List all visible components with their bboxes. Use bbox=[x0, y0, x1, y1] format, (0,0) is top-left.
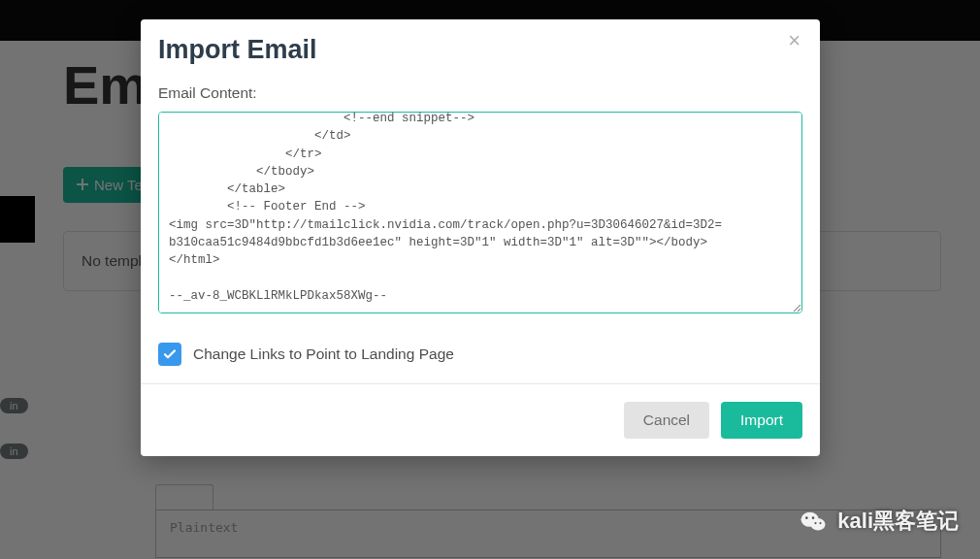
email-content-label: Email Content: bbox=[158, 84, 802, 102]
svg-point-4 bbox=[815, 522, 817, 524]
change-links-checkbox[interactable] bbox=[158, 343, 181, 366]
modal-footer: Cancel Import bbox=[141, 383, 820, 456]
change-links-label: Change Links to Point to Landing Page bbox=[193, 345, 454, 363]
import-email-modal: Import Email × Email Content: Change Lin… bbox=[141, 19, 820, 456]
svg-point-5 bbox=[820, 522, 822, 524]
wechat-icon bbox=[799, 507, 828, 536]
close-icon[interactable]: × bbox=[782, 29, 806, 52]
change-links-row: Change Links to Point to Landing Page bbox=[158, 343, 802, 366]
check-icon bbox=[163, 347, 177, 361]
modal-header: Import Email × bbox=[141, 19, 820, 84]
watermark: kali黑客笔记 bbox=[799, 507, 959, 536]
watermark-text: kali黑客笔记 bbox=[837, 507, 959, 536]
svg-point-3 bbox=[812, 516, 815, 519]
modal-title: Import Email bbox=[158, 35, 802, 65]
email-content-textarea[interactable] bbox=[158, 112, 802, 313]
import-button[interactable]: Import bbox=[721, 402, 802, 439]
cancel-button[interactable]: Cancel bbox=[624, 402, 709, 439]
modal-body: Email Content: Change Links to Point to … bbox=[141, 84, 820, 383]
svg-point-1 bbox=[811, 518, 826, 531]
svg-point-2 bbox=[805, 516, 808, 519]
